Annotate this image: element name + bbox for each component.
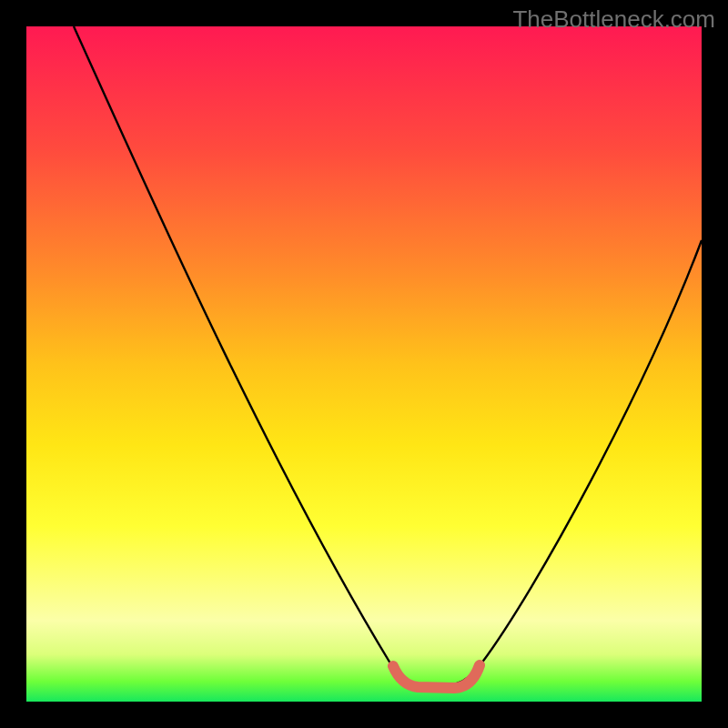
frame-bottom <box>0 702 728 728</box>
optimal-range-marker <box>393 665 480 688</box>
bottleneck-curve <box>74 26 702 687</box>
frame-left <box>0 0 26 728</box>
watermark-text: TheBottleneck.com <box>512 5 715 34</box>
frame-right <box>702 0 728 728</box>
chart-container: TheBottleneck.com <box>0 0 728 728</box>
plot-area <box>26 26 702 702</box>
curve-layer <box>26 26 702 702</box>
